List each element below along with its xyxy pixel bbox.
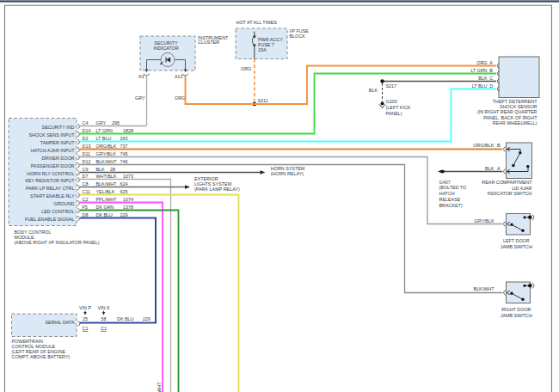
- svg-text:D7: D7: [83, 174, 89, 179]
- svg-text:1074: 1074: [123, 197, 133, 202]
- svg-text:(LEFT REAR OF ENGINE: (LEFT REAR OF ENGINE: [12, 349, 66, 354]
- svg-text:HORN SYSTEM: HORN SYSTEM: [271, 166, 305, 171]
- svg-text:GRY: GRY: [135, 95, 145, 101]
- svg-text:C4: C4: [83, 120, 89, 126]
- svg-text:HORN RLY CONTROL: HORN RLY CONTROL: [27, 171, 74, 176]
- svg-text:SECURITY: SECURITY: [154, 40, 178, 46]
- svg-text:624: 624: [120, 181, 128, 187]
- svg-text:D8: D8: [83, 212, 89, 217]
- svg-text:745: 745: [120, 151, 128, 156]
- svg-text:HOT AT ALL TIMES: HOT AT ALL TIMES: [236, 20, 278, 25]
- svg-text:(BOLTED TO: (BOLTED TO: [439, 185, 467, 190]
- svg-text:1073: 1073: [123, 174, 133, 179]
- svg-text:KEY RESISTOR INPUT: KEY RESISTOR INPUT: [25, 178, 75, 183]
- svg-text:229: 229: [143, 316, 150, 322]
- svg-text:(IN RIGHT REAR QUARTER: (IN RIGHT REAR QUARTER: [477, 109, 538, 114]
- svg-text:BLK: BLK: [485, 166, 494, 171]
- svg-text:PASSENGER DOOR: PASSENGER DOOR: [31, 163, 75, 168]
- svg-text:LEFT DOOR: LEFT DOOR: [503, 238, 530, 243]
- svg-text:RELEASE: RELEASE: [439, 197, 461, 202]
- svg-text:A13: A13: [175, 74, 183, 79]
- svg-text:GRY: GRY: [96, 120, 107, 126]
- svg-text:START ENABLE RLY: START ENABLE RLY: [30, 193, 75, 199]
- svg-text:GROUND: GROUND: [54, 201, 75, 206]
- svg-text:SHOCK SENSOR: SHOCK SENSOR: [500, 104, 538, 109]
- svg-text:WHT/BLK: WHT/BLK: [96, 174, 117, 179]
- svg-text:REAR COMPARTMENT: REAR COMPARTMENT: [482, 180, 532, 185]
- svg-text:D11: D11: [83, 151, 91, 156]
- svg-text:D12: D12: [83, 159, 91, 164]
- svg-text:1378: 1378: [123, 205, 133, 210]
- svg-text:C9: C9: [83, 167, 89, 172]
- svg-text:S211: S211: [258, 98, 268, 103]
- svg-text:PPL/WHT: PPL/WHT: [157, 382, 162, 392]
- svg-text:LT BLU: LT BLU: [472, 83, 488, 89]
- svg-text:S217: S217: [386, 83, 397, 89]
- svg-text:RIGHT DOOR: RIGHT DOOR: [501, 307, 531, 312]
- svg-text:PARK LP RELAY CTRL: PARK LP RELAY CTRL: [26, 186, 75, 191]
- svg-text:C1: C1: [83, 326, 89, 331]
- svg-text:REAR WHEELWELL): REAR WHEELWELL): [493, 120, 538, 126]
- svg-text:SECURITY IND: SECURITY IND: [42, 125, 75, 130]
- svg-text:A: A: [497, 166, 501, 171]
- svg-text:ORG/BLK: ORG/BLK: [96, 144, 117, 149]
- svg-text:PANEL, BACK OF RIGHT: PANEL, BACK OF RIGHT: [483, 115, 538, 120]
- svg-text:ORG/BLK: ORG/BLK: [473, 143, 494, 148]
- svg-text:BODY CONTROL: BODY CONTROL: [15, 230, 52, 235]
- svg-text:LED CONTROL: LED CONTROL: [41, 209, 74, 214]
- svg-text:BLK: BLK: [96, 167, 106, 172]
- svg-text:B: B: [489, 68, 493, 73]
- svg-text:58: 58: [101, 316, 107, 322]
- svg-text:JAMB SWITCH: JAMB SWITCH: [501, 244, 532, 249]
- svg-text:(ABOVE RIGHT I/P INSULATOR PAN: (ABOVE RIGHT I/P INSULATOR PANEL): [15, 240, 100, 245]
- svg-text:D13: D13: [83, 144, 91, 149]
- svg-text:VIN K: VIN K: [97, 305, 109, 310]
- svg-text:C1: C1: [101, 326, 107, 331]
- svg-text:PANEL): PANEL): [386, 111, 402, 116]
- svg-text:MODULE: MODULE: [15, 235, 34, 240]
- svg-text:ORG: ORG: [476, 60, 487, 65]
- svg-text:YEL/BLK: YEL/BLK: [96, 189, 115, 194]
- svg-text:BLK: BLK: [369, 88, 378, 93]
- svg-text:INDICATOR SWITCH: INDICATOR SWITCH: [488, 191, 532, 196]
- svg-text:CLUSTER: CLUSTER: [198, 40, 219, 45]
- svg-text:25: 25: [83, 316, 88, 322]
- svg-text:D: D: [489, 83, 493, 89]
- svg-text:C8: C8: [83, 181, 89, 187]
- svg-text:ORG: ORG: [175, 95, 185, 101]
- svg-text:HATCH: HATCH: [439, 191, 455, 196]
- svg-text:625: 625: [120, 189, 128, 194]
- svg-text:C11: C11: [83, 189, 91, 194]
- svg-text:G407: G407: [439, 180, 451, 185]
- svg-text:B: B: [497, 143, 501, 148]
- svg-text:28: 28: [110, 167, 115, 172]
- svg-text:15A: 15A: [258, 47, 267, 52]
- svg-text:LT GRN: LT GRN: [96, 128, 113, 133]
- svg-text:TAMPER INPUT: TAMPER INPUT: [40, 140, 75, 145]
- svg-text:HATCH AJAR INPUT: HATCH AJAR INPUT: [31, 148, 76, 153]
- svg-text:F5: F5: [83, 205, 88, 210]
- svg-text:DK GRN: DK GRN: [96, 205, 114, 210]
- svg-text:229: 229: [120, 212, 128, 217]
- svg-text:D2: D2: [83, 136, 89, 141]
- svg-text:DK BLU: DK BLU: [117, 316, 134, 322]
- svg-text:VIN P: VIN P: [79, 305, 91, 310]
- svg-text:A3: A3: [138, 74, 144, 79]
- svg-text:LID AJAR: LID AJAR: [512, 186, 531, 191]
- svg-text:G200: G200: [386, 99, 397, 104]
- svg-text:DRIVER DOOR: DRIVER DOOR: [41, 156, 74, 161]
- svg-text:INDICATOR: INDICATOR: [153, 46, 178, 51]
- svg-text:BLK/WHT: BLK/WHT: [474, 286, 495, 291]
- svg-text:D14: D14: [83, 128, 91, 133]
- svg-text:737: 737: [120, 144, 128, 149]
- svg-text:SERIAL DATA: SERIAL DATA: [45, 320, 74, 325]
- svg-text:A: A: [489, 60, 493, 65]
- svg-text:LT BLU: LT BLU: [96, 136, 112, 141]
- svg-text:BLK/WHT: BLK/WHT: [96, 159, 118, 164]
- svg-text:JAMB SWITCH: JAMB SWITCH: [501, 313, 532, 318]
- svg-text:(PARK LAMP RELAY): (PARK LAMP RELAY): [194, 187, 240, 192]
- svg-text:ORG: ORG: [241, 66, 251, 71]
- svg-text:GRY/BLK: GRY/BLK: [96, 151, 117, 156]
- svg-text:LT GRN: LT GRN: [470, 68, 487, 73]
- svg-text:263: 263: [120, 136, 128, 141]
